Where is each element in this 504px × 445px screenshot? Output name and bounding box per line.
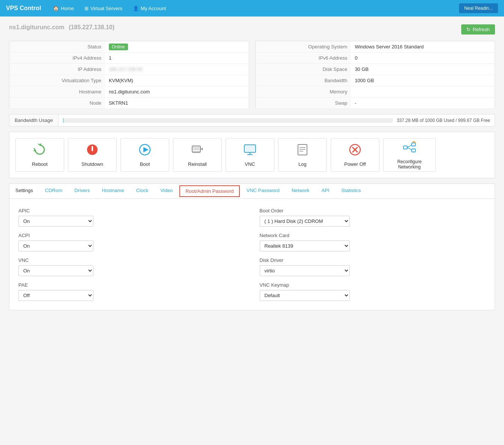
value-swap: - (351, 98, 495, 109)
refresh-button[interactable]: ↻ Refresh (461, 24, 495, 35)
tab-clock[interactable]: Clock (130, 184, 155, 198)
form-apic: APIC On Off (18, 208, 245, 227)
form-pae: PAE Off On (18, 282, 245, 301)
bandwidth-text: 337.28 MB of 1000 GB Used / 999.67 GB Fr… (397, 118, 490, 123)
value-ipv6: 0 (351, 53, 495, 64)
refresh-icon: ↻ (466, 27, 471, 32)
tab-network[interactable]: Network (286, 184, 316, 198)
log-label: Log (298, 161, 307, 167)
svg-rect-21 (412, 143, 415, 146)
form-network-card: Network Card Realtek 8139 virtio e1000 (260, 233, 486, 251)
user-button[interactable]: Neal Readin... (459, 3, 498, 13)
tab-cdrom[interactable]: CDRom (39, 184, 68, 198)
table-row: Hostname ns1.digiturunc.com (9, 86, 249, 98)
table-row: IPv4 Address 1 (9, 53, 249, 64)
value-hostname: ns1.digiturunc.com (105, 86, 249, 98)
poweroff-label: Power Off (344, 161, 366, 167)
value-memory (351, 86, 495, 98)
label-ipv4: IPv4 Address (9, 53, 105, 64)
form-vnc-setting: VNC On Off (18, 257, 245, 276)
label-hostname: Hostname (9, 86, 105, 98)
table-row: Memory (255, 86, 495, 98)
label-swap: Swap (255, 98, 351, 109)
select-vnc-setting[interactable]: On Off (18, 265, 93, 276)
nav-my-account[interactable]: 👤 My Account (128, 3, 170, 14)
svg-marker-7 (201, 147, 203, 150)
svg-line-24 (407, 147, 410, 149)
settings-col-left: APIC On Off ACPI On Off (18, 208, 245, 301)
value-node: SKTRN1 (105, 98, 249, 109)
value-disk: 30 GB (351, 64, 495, 75)
tab-video[interactable]: Video (154, 184, 179, 198)
form-vnc-keymap: VNC Keymap Default en-us de fr (260, 282, 486, 301)
bandwidth-label: Bandwidth Usage (9, 114, 59, 126)
boot-button[interactable]: Boot (120, 138, 169, 172)
select-acpi[interactable]: On Off (18, 241, 93, 251)
table-row: Swap - (255, 98, 495, 109)
label-bandwidth: Bandwidth (255, 75, 351, 86)
value-os: Windows Server 2016 Standard (351, 41, 495, 53)
server-info-section: Status Online IPv4 Address 1 IP Address … (9, 41, 495, 109)
server-info-left: Status Online IPv4 Address 1 IP Address … (9, 41, 249, 109)
settings-grid: APIC On Off ACPI On Off (18, 208, 486, 301)
tab-root-password[interactable]: Root/Admin Password (179, 185, 240, 197)
nav-home[interactable]: 🏠 Home (48, 3, 78, 14)
label-apic: APIC (18, 208, 245, 213)
tab-hostname[interactable]: Hostname (96, 184, 130, 198)
table-row: Bandwidth 1000 GB (255, 75, 495, 86)
select-network-card[interactable]: Realtek 8139 virtio e1000 (260, 241, 350, 251)
bandwidth-bar-bg (63, 118, 393, 123)
form-acpi: ACPI On Off (18, 233, 245, 251)
reinstall-button[interactable]: Reinstall (173, 138, 222, 172)
select-disk-driver[interactable]: virtio ide scsi (260, 265, 350, 276)
table-row: Operating System Windows Server 2016 Sta… (255, 41, 495, 53)
shutdown-button[interactable]: Shutdown (68, 138, 117, 172)
networking-button[interactable]: Reconfigure Networking (383, 138, 436, 172)
vnc-button[interactable]: VNC (226, 138, 274, 172)
label-node: Node (9, 98, 105, 109)
title-row: ns1.digiturunc.com (185.227.138.10) ↻ Re… (9, 23, 495, 36)
log-button[interactable]: Log (278, 138, 327, 172)
shutdown-label: Shutdown (81, 161, 103, 167)
tab-api[interactable]: API (316, 184, 335, 198)
status-badge: Online (109, 44, 128, 50)
label-os: Operating System (255, 41, 351, 53)
tab-settings[interactable]: Settings (9, 184, 39, 198)
tab-drivers[interactable]: Drivers (68, 184, 96, 198)
label-ipv6: IPv6 Address (255, 53, 351, 64)
value-bandwidth: 1000 GB (351, 75, 495, 86)
vnc-icon (243, 143, 257, 158)
select-vnc-keymap[interactable]: Default en-us de fr (260, 290, 350, 301)
label-network-card: Network Card (260, 233, 486, 238)
boot-label: Boot (140, 161, 150, 167)
page-content: ns1.digiturunc.com (185.227.138.10) ↻ Re… (0, 17, 504, 445)
reboot-icon (33, 143, 47, 158)
label-ip: IP Address (9, 64, 105, 75)
label-virt: Virtualization Type (9, 75, 105, 86)
label-pae: PAE (18, 282, 245, 288)
value-ip: 185.217.106.50 (105, 64, 249, 75)
label-disk: Disk Space (255, 64, 351, 75)
tabs-container: Settings CDRom Drivers Hostname Clock Vi… (9, 183, 495, 310)
select-apic[interactable]: On Off (18, 216, 93, 227)
nav-virtual-servers[interactable]: ⊞ Virtual Servers (80, 3, 127, 14)
main-nav: 🏠 Home ⊞ Virtual Servers 👤 My Account (48, 3, 459, 14)
tab-vnc-password[interactable]: VNC Password (241, 184, 286, 198)
settings-tab-content: APIC On Off ACPI On Off (9, 199, 495, 310)
svg-rect-10 (245, 146, 255, 152)
select-pae[interactable]: Off On (18, 290, 93, 301)
value-ipv4: 1 (105, 53, 249, 64)
tab-statistics[interactable]: Statistics (335, 184, 367, 198)
poweroff-icon (348, 143, 362, 158)
label-vnc-keymap: VNC Keymap (260, 282, 486, 288)
poweroff-button[interactable]: Power Off (331, 138, 379, 172)
page-title: ns1.digiturunc.com (185.227.138.10) (9, 23, 114, 31)
svg-line-23 (407, 146, 410, 147)
networking-label: Reconfigure Networking (390, 159, 429, 170)
select-boot-order[interactable]: ( 1 ) Hard Disk (2) CDROM ( 1 ) CDROM (2… (260, 216, 350, 227)
shutdown-icon (86, 143, 99, 158)
svg-rect-1 (92, 146, 93, 151)
reboot-button[interactable]: Reboot (15, 138, 64, 172)
reinstall-icon (191, 143, 204, 158)
table-row: IP Address 185.217.106.50 (9, 64, 249, 75)
